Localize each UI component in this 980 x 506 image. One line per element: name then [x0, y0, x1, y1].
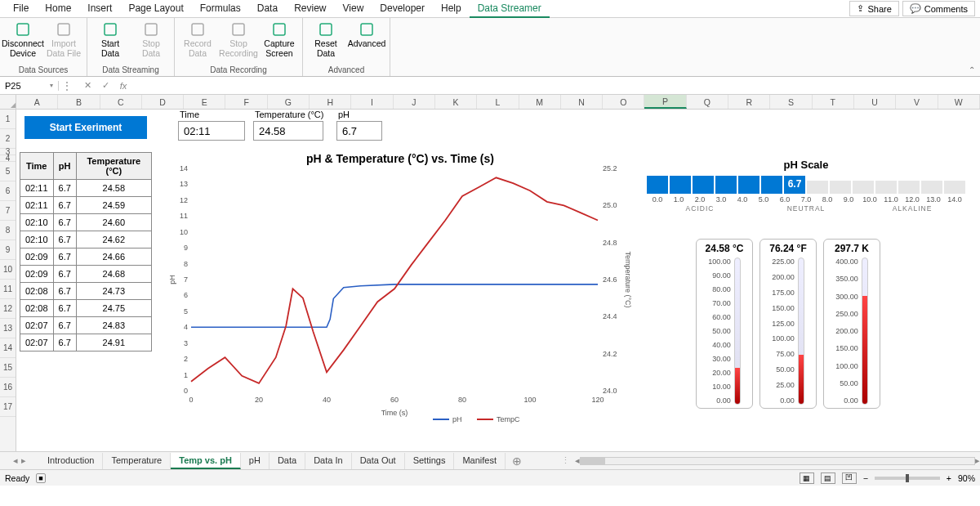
menu-formulas[interactable]: Formulas	[192, 0, 249, 18]
sheet-tab-ph[interactable]: pH	[241, 453, 270, 469]
zoom-in-icon[interactable]: +	[947, 473, 951, 483]
table-header: Time	[20, 153, 54, 180]
menu-view[interactable]: View	[335, 0, 372, 18]
ribbon-start-button[interactable]: StartData	[91, 20, 130, 58]
menu-home[interactable]: Home	[37, 0, 79, 18]
page-layout-view-icon[interactable]: ▤	[821, 472, 835, 484]
formula-bar-row: P25▾ ⋮ ✕ ✓ fx	[0, 77, 980, 95]
row-header-11[interactable]: 11	[0, 280, 16, 299]
column-header-D[interactable]: D	[142, 95, 184, 109]
sheet-tab-introduction[interactable]: Introduction	[39, 453, 103, 469]
column-header-U[interactable]: U	[854, 95, 896, 109]
column-header-O[interactable]: O	[603, 95, 644, 109]
row-header-16[interactable]: 16	[0, 378, 16, 397]
comments-button[interactable]: 💬Comments	[902, 1, 975, 16]
column-header-Q[interactable]: Q	[687, 95, 728, 109]
column-header-J[interactable]: J	[394, 95, 435, 109]
column-header-W[interactable]: W	[938, 95, 980, 109]
row-header-2[interactable]: 2	[0, 129, 16, 149]
horizontal-scrollbar[interactable]: ⋮◂ ▸	[528, 455, 980, 466]
table-row: 02:076.724.83	[20, 317, 152, 334]
row-header-15[interactable]: 15	[0, 358, 16, 378]
svg-text:12: 12	[180, 196, 188, 204]
worksheet-canvas[interactable]: Start Exeriment Time 02:11 Temperature (…	[16, 110, 980, 451]
column-header-H[interactable]: H	[310, 95, 351, 109]
menu-insert[interactable]: Insert	[79, 0, 120, 18]
page-break-view-icon[interactable]: 凹	[842, 472, 857, 484]
record-macro-icon[interactable]: ■	[36, 473, 45, 483]
row-header-9[interactable]: 9	[0, 240, 16, 260]
column-header-I[interactable]: I	[351, 95, 393, 109]
name-box[interactable]: P25▾	[0, 81, 59, 91]
row-header-14[interactable]: 14	[0, 338, 16, 358]
row-header-1[interactable]: 1	[0, 110, 16, 129]
column-header-A[interactable]: A	[16, 95, 58, 109]
sheet-tab-settings[interactable]: Settings	[405, 453, 455, 469]
row-header-5[interactable]: 5	[0, 162, 16, 181]
column-header-K[interactable]: K	[435, 95, 477, 109]
row-header-12[interactable]: 12	[0, 299, 16, 319]
column-header-S[interactable]: S	[770, 95, 812, 109]
ribbon-reset-button[interactable]: ResetData	[306, 20, 345, 58]
select-all-triangle[interactable]: ◢	[0, 95, 16, 109]
column-header-C[interactable]: C	[100, 95, 142, 109]
sheet-tab-data-out[interactable]: Data Out	[352, 453, 405, 469]
fx-icon[interactable]: fx	[118, 81, 129, 91]
add-sheet-button[interactable]: ⊕	[506, 455, 528, 468]
svg-text:24.6: 24.6	[603, 275, 617, 284]
column-header-G[interactable]: G	[268, 95, 310, 109]
collapse-ribbon-icon[interactable]: ⌃	[969, 65, 975, 74]
column-header-N[interactable]: N	[561, 95, 603, 109]
ph-zones: ACIDICNEUTRALALKALINE	[647, 204, 965, 213]
row-header-7[interactable]: 7	[0, 201, 16, 221]
start-experiment-button[interactable]: Start Exeriment	[24, 116, 147, 139]
sheet-nav[interactable]: ◂▸	[0, 455, 39, 466]
ph-value-box: 6.7	[336, 121, 382, 141]
column-header-E[interactable]: E	[184, 95, 225, 109]
menu-data-streamer[interactable]: Data Streamer	[470, 0, 550, 18]
zoom-slider[interactable]	[875, 477, 940, 480]
normal-view-icon[interactable]: ▦	[800, 472, 814, 484]
menu-developer[interactable]: Developer	[372, 0, 433, 18]
menu-page-layout[interactable]: Page Layout	[120, 0, 191, 18]
row-header-17[interactable]: 17	[0, 397, 16, 417]
svg-text:13: 13	[180, 180, 188, 188]
column-header-B[interactable]: B	[58, 95, 100, 109]
zoom-level[interactable]: 90%	[958, 473, 975, 483]
cancel-icon[interactable]: ✕	[82, 80, 93, 91]
share-button[interactable]: ⇪Share	[849, 1, 898, 16]
sheet-tab-manifest[interactable]: Manifest	[454, 453, 506, 469]
column-header-V[interactable]: V	[896, 95, 938, 109]
menu-review[interactable]: Review	[286, 0, 334, 18]
row-header-4[interactable]: 4	[0, 155, 16, 162]
enter-icon[interactable]: ✓	[100, 80, 111, 91]
menu-help[interactable]: Help	[433, 0, 470, 18]
column-header-L[interactable]: L	[477, 95, 519, 109]
svg-text:40: 40	[323, 396, 331, 404]
sheet-tab-temperature[interactable]: Temperature	[103, 453, 171, 469]
menu-bar: FileHomeInsertPage LayoutFormulasDataRev…	[0, 0, 980, 18]
sheet-tab-data-in[interactable]: Data In	[305, 453, 351, 469]
temp-value-box: 24.58	[253, 121, 323, 141]
column-header-F[interactable]: F	[225, 95, 267, 109]
column-header-M[interactable]: M	[519, 95, 561, 109]
namebox-options[interactable]: ⋮	[59, 80, 75, 92]
row-header-8[interactable]: 8	[0, 221, 16, 240]
svg-rect-5	[233, 24, 244, 35]
zoom-out-icon[interactable]: −	[863, 473, 868, 483]
column-header-T[interactable]: T	[813, 95, 854, 109]
column-header-P[interactable]: P	[644, 95, 686, 109]
ribbon-advanced-button[interactable]: Advanced	[347, 20, 386, 58]
ribbon-disconnect-button[interactable]: DisconnectDevice	[3, 20, 42, 58]
svg-text:pH: pH	[168, 275, 176, 284]
row-header-6[interactable]: 6	[0, 181, 16, 201]
menu-file[interactable]: File	[5, 0, 37, 18]
row-header-13[interactable]: 13	[0, 319, 16, 338]
menu-data[interactable]: Data	[249, 0, 286, 18]
sheet-tab-temp-vs-ph[interactable]: Temp vs. pH	[171, 453, 241, 469]
sheet-tab-data[interactable]: Data	[270, 453, 305, 469]
ribbon-capture-button[interactable]: CaptureScreen	[260, 20, 299, 58]
column-header-R[interactable]: R	[728, 95, 770, 109]
row-header-10[interactable]: 10	[0, 260, 16, 280]
svg-text:11: 11	[180, 212, 188, 220]
